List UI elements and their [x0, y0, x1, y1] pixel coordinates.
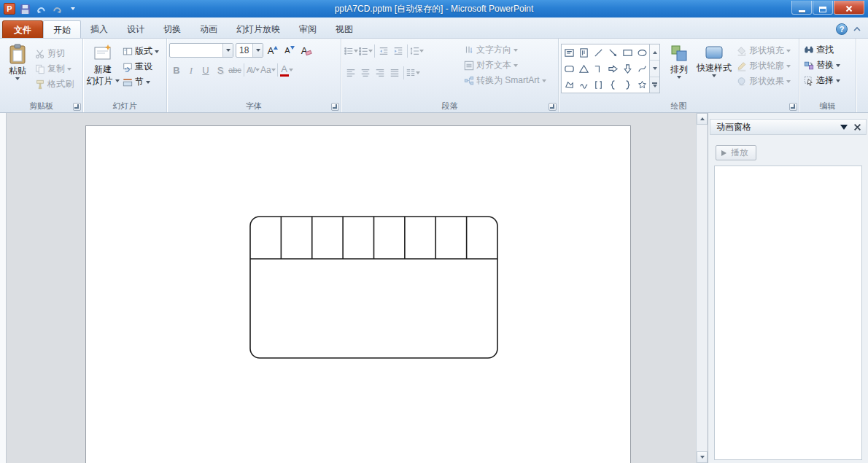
character-spacing-button[interactable]: AV — [246, 63, 260, 77]
slide-canvas[interactable] — [7, 113, 696, 463]
close-button[interactable] — [834, 1, 864, 15]
new-slide-button[interactable]: 新建 幻灯片 — [85, 41, 120, 101]
shape-fill-button[interactable]: 形状填充 — [735, 43, 793, 58]
text-shadow-button[interactable]: S — [213, 63, 228, 77]
play-button[interactable]: 播放 — [716, 145, 756, 160]
reset-button[interactable]: 重设 — [120, 59, 161, 74]
gallery-scroll-up-button[interactable] — [650, 44, 659, 61]
strikethrough-button[interactable]: abc — [228, 63, 242, 77]
clipboard-dialog-launcher[interactable] — [73, 103, 81, 111]
shape-left-brace-icon[interactable] — [605, 77, 620, 93]
shape-vertical-textbox-icon[interactable] — [576, 44, 591, 61]
tab-home[interactable]: 开始 — [43, 20, 81, 38]
quick-styles-button[interactable]: 快速样式 — [695, 41, 733, 101]
shrink-font-button[interactable]: A — [282, 43, 297, 58]
minimize-button[interactable] — [791, 1, 812, 15]
bold-button[interactable]: B — [169, 63, 184, 77]
align-left-button[interactable] — [344, 66, 358, 80]
shape-line-icon[interactable] — [591, 44, 605, 61]
scroll-up-button[interactable] — [697, 113, 708, 125]
shape-elbow-connector-icon[interactable] — [591, 61, 605, 77]
tab-view[interactable]: 视图 — [326, 20, 363, 38]
redo-button[interactable] — [50, 2, 63, 15]
shape-arrow-icon[interactable] — [605, 44, 620, 61]
bullets-button[interactable] — [344, 44, 358, 58]
help-button[interactable]: ? — [836, 23, 848, 35]
change-case-button[interactable]: Aa — [260, 63, 276, 77]
shape-freeform-icon[interactable] — [562, 77, 576, 93]
gallery-more-button[interactable] — [650, 77, 659, 93]
find-button[interactable]: 查找 — [802, 42, 854, 58]
format-painter-button[interactable]: 格式刷 — [33, 77, 76, 92]
paragraph-dialog-launcher[interactable] — [549, 103, 557, 111]
tab-design[interactable]: 设计 — [117, 20, 154, 38]
section-button[interactable]: 节 — [120, 74, 161, 90]
scroll-down-button[interactable] — [697, 451, 708, 463]
tab-file[interactable]: 文件 — [2, 20, 43, 38]
redo-icon — [52, 4, 63, 15]
increase-indent-button[interactable] — [391, 44, 406, 58]
font-dialog-launcher[interactable] — [331, 103, 339, 111]
grow-font-button[interactable]: A — [266, 43, 280, 58]
cut-button[interactable]: 剪切 — [33, 46, 76, 61]
align-text-button[interactable]: 对齐文本 — [462, 58, 549, 73]
copy-button[interactable]: 复制 — [33, 61, 76, 77]
shape-star-icon[interactable] — [635, 77, 649, 93]
tab-slideshow[interactable]: 幻灯片放映 — [227, 20, 290, 38]
columns-button[interactable] — [406, 66, 420, 80]
drawing-dialog-launcher[interactable] — [789, 103, 797, 111]
shape-curve-icon[interactable] — [635, 61, 649, 77]
powerpoint-logo-icon[interactable]: P — [4, 3, 15, 15]
slides-panel-collapsed[interactable] — [0, 113, 7, 463]
shape-triangle-icon[interactable] — [576, 61, 591, 77]
animation-pane: 动画窗格 播放 — [708, 113, 868, 463]
pane-menu-icon[interactable] — [840, 125, 848, 130]
shape-effects-button[interactable]: 形状效果 — [735, 74, 793, 89]
clear-formatting-button[interactable]: A — [299, 43, 314, 58]
underline-button[interactable]: U — [198, 63, 213, 77]
shape-right-arrow-icon[interactable] — [605, 61, 620, 77]
italic-button[interactable]: I — [184, 63, 198, 77]
tab-animations[interactable]: 动画 — [190, 20, 227, 38]
qat-customize-button[interactable] — [66, 2, 80, 15]
replace-button[interactable]: 替换 — [802, 58, 854, 73]
minimize-ribbon-icon[interactable] — [853, 26, 861, 33]
slide[interactable] — [85, 125, 631, 463]
shape-rectangle-icon[interactable] — [620, 44, 635, 61]
font-size-combobox[interactable]: 18 — [236, 43, 263, 58]
slide-shape[interactable] — [86, 126, 632, 463]
shape-double-bracket-icon[interactable] — [591, 77, 605, 93]
numbering-button[interactable] — [358, 44, 373, 58]
align-center-button[interactable] — [358, 66, 373, 80]
gallery-scroll-down-button[interactable] — [650, 61, 659, 77]
shape-scribble-icon[interactable] — [576, 77, 591, 93]
align-right-button[interactable] — [373, 66, 387, 80]
tab-insert[interactable]: 插入 — [81, 20, 117, 38]
arrange-button[interactable]: 排列 — [663, 41, 695, 101]
layout-button[interactable]: 版式 — [120, 44, 161, 59]
convert-to-smartart-button[interactable]: 转换为 SmartArt — [462, 73, 549, 88]
text-direction-button[interactable]: 文字方向 — [462, 42, 549, 58]
shape-outline-button[interactable]: 形状轮廓 — [735, 58, 793, 74]
paste-button[interactable]: 粘贴 — [2, 41, 33, 101]
shape-fill-label: 形状填充 — [749, 44, 784, 57]
decrease-indent-button[interactable] — [376, 44, 391, 58]
line-spacing-button[interactable] — [409, 44, 424, 58]
shape-textbox-icon[interactable] — [562, 44, 576, 61]
save-button[interactable] — [18, 2, 31, 15]
chevron-down-icon — [226, 49, 230, 52]
shape-right-brace-icon[interactable] — [620, 77, 635, 93]
justify-button[interactable] — [387, 66, 402, 80]
shape-rounded-rectangle-icon[interactable] — [562, 61, 576, 77]
vertical-scrollbar[interactable] — [696, 113, 708, 463]
undo-button[interactable] — [34, 2, 47, 15]
tab-transitions[interactable]: 切换 — [154, 20, 190, 38]
shape-down-arrow-icon[interactable] — [620, 61, 635, 77]
font-color-button[interactable]: A — [279, 63, 294, 77]
font-name-combobox[interactable] — [169, 43, 233, 58]
select-button[interactable]: 选择 — [802, 73, 854, 88]
tab-review[interactable]: 审阅 — [290, 20, 326, 38]
maximize-button[interactable] — [813, 1, 833, 15]
pane-close-icon[interactable] — [853, 123, 861, 131]
shape-oval-icon[interactable] — [635, 44, 649, 61]
